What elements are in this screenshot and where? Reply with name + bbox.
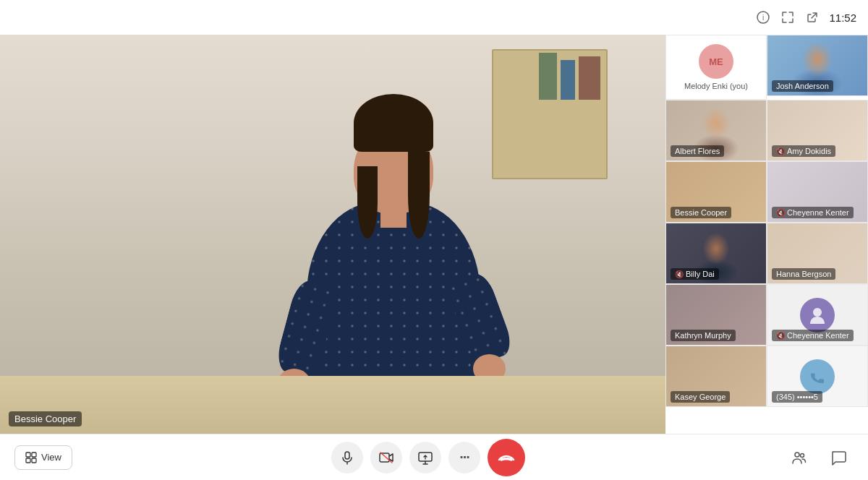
participants-button[interactable] <box>784 442 814 473</box>
view-button[interactable]: View <box>14 445 72 470</box>
participant-tile-cheyenne2[interactable]: 🔇 Cheyenne Kenter <box>767 284 868 346</box>
mic-button[interactable] <box>331 442 363 473</box>
svg-rect-4 <box>32 453 36 457</box>
josh-label: Josh Anderson <box>772 80 833 92</box>
me-name: Melody Enki (you) <box>684 82 748 90</box>
cheyenne1-label: 🔇 Cheyenne Kenter <box>772 207 854 218</box>
svg-point-12 <box>800 453 804 457</box>
view-label: View <box>41 452 61 463</box>
svg-text:i: i <box>762 14 764 22</box>
phone-label: (345) ••••••5 <box>772 391 822 403</box>
me-avatar-label: ME <box>709 56 723 67</box>
participant-tile-albert[interactable]: Albert Flores <box>665 100 767 161</box>
svg-rect-7 <box>345 452 349 459</box>
bessie-label: Bessie Cooper <box>671 207 731 218</box>
participant-tile-phone[interactable]: (345) ••••••5 <box>767 346 868 407</box>
participant-tile-kasey[interactable]: Kasey George <box>665 346 767 407</box>
chat-button[interactable] <box>823 442 854 473</box>
hair-left <box>357 166 378 239</box>
hair-right <box>408 152 430 239</box>
cheyenne2-label: 🔇 Cheyenne Kenter <box>772 330 854 341</box>
shelf-item-3 <box>539 53 557 100</box>
billy-label: 🔇 Billy Dai <box>671 268 719 280</box>
screen-share-button[interactable] <box>409 442 441 473</box>
participants-grid: ME Melody Enki (you) Josh Anderson Alber… <box>665 35 868 407</box>
svg-rect-3 <box>26 453 30 457</box>
participant-tile-amy[interactable]: 🔇 Amy Dokidis <box>767 100 868 161</box>
amy-label: 🔇 Amy Dokidis <box>772 145 835 157</box>
participant-tile-billy[interactable]: 🔇 Billy Dai <box>665 223 767 284</box>
participant-tile-kathryn[interactable]: Kathryn Murphy <box>665 284 767 346</box>
chat-icon <box>830 449 847 466</box>
bottom-bar: View ··· <box>0 434 868 480</box>
top-bar: i 11:52 <box>0 0 868 35</box>
bottom-left-controls: View <box>14 445 72 470</box>
svg-line-9 <box>380 453 392 463</box>
svg-point-11 <box>795 453 799 457</box>
kasey-label: Kasey George <box>671 391 730 403</box>
kathryn-label: Kathryn Murphy <box>671 330 736 341</box>
hair-top <box>354 94 433 152</box>
svg-rect-5 <box>26 458 30 463</box>
participant-tile-cheyenne1[interactable]: 🔇 Cheyenne Kenter <box>767 161 868 223</box>
end-call-icon <box>498 449 515 466</box>
albert-label: Albert Flores <box>671 145 724 157</box>
more-dots: ··· <box>459 449 469 466</box>
svg-rect-8 <box>380 453 389 462</box>
participants-icon <box>791 449 808 466</box>
participants-panel[interactable]: ME Melody Enki (you) Josh Anderson Alber… <box>665 35 868 434</box>
shelf-item-2 <box>561 60 575 100</box>
screen-share-icon <box>417 450 433 466</box>
clock-time: 11:52 <box>829 12 856 24</box>
desk <box>0 376 665 434</box>
phone-avatar <box>800 359 835 394</box>
bottom-center-controls: ··· <box>331 439 525 476</box>
view-grid-icon <box>25 452 37 463</box>
info-icon[interactable]: i <box>755 9 771 25</box>
main-video-feed <box>0 35 665 434</box>
svg-point-2 <box>813 308 822 317</box>
me-avatar: ME <box>699 44 733 79</box>
participant-tile-hanna[interactable]: Hanna Bergson <box>767 223 868 284</box>
mic-icon <box>340 450 354 465</box>
cheyenne2-avatar <box>800 298 835 333</box>
hanna-label: Hanna Bergson <box>772 268 835 280</box>
svg-rect-6 <box>32 458 36 463</box>
expand-icon[interactable] <box>780 9 796 25</box>
participant-tile-josh[interactable]: Josh Anderson <box>767 35 868 96</box>
camera-icon <box>378 450 394 466</box>
camera-button[interactable] <box>370 442 402 473</box>
shelf-item-1 <box>579 56 600 100</box>
participant-tile-bessie[interactable]: Bessie Cooper <box>665 161 767 223</box>
external-link-icon[interactable] <box>804 9 820 25</box>
end-call-button[interactable] <box>488 439 525 476</box>
participant-tile-me[interactable]: ME Melody Enki (you) <box>665 35 767 100</box>
main-video: Bessie Cooper <box>0 35 665 434</box>
more-button[interactable]: ··· <box>448 442 480 473</box>
main-speaker-label: Bessie Cooper <box>9 411 82 427</box>
bottom-right-controls <box>784 442 854 473</box>
main-content: Bessie Cooper ME Melody Enki (you) Josh … <box>0 35 868 434</box>
